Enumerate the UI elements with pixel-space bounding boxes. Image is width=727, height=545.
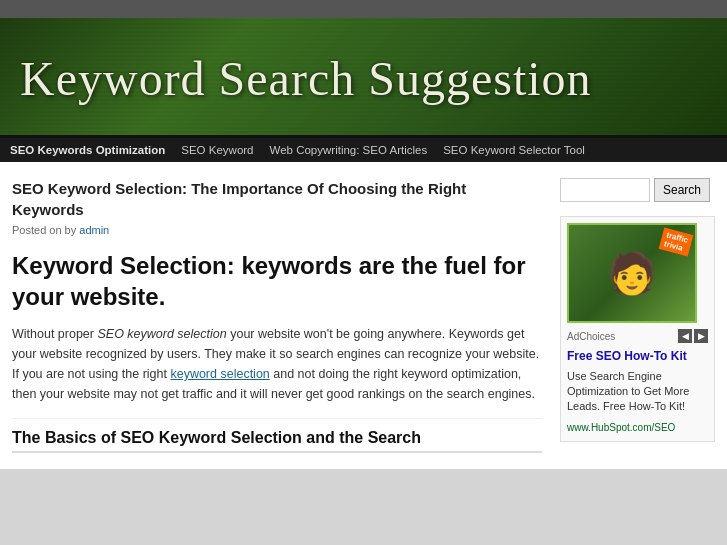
top-bar <box>0 0 727 18</box>
search-button[interactable]: Search <box>654 178 710 202</box>
sidebar: Search 🧑 traffictrivia AdChoices ◀ ▶ Fre… <box>560 178 715 453</box>
ad-description: Use Search Engine Optimization to Get Mo… <box>567 369 708 415</box>
post-title: SEO Keyword Selection: The Importance Of… <box>12 178 542 220</box>
main-layout: SEO Keyword Selection: The Importance Of… <box>0 162 727 469</box>
site-header: Keyword Search Suggestion <box>0 18 727 138</box>
post-meta-text: Posted on by <box>12 224 76 236</box>
post-meta: Posted on by admin <box>12 224 542 236</box>
keyword-selection-link[interactable]: keyword selection <box>170 367 269 381</box>
post-author-link[interactable]: admin <box>79 224 109 236</box>
ad-url-link[interactable]: www.HubSpot.com/SEO <box>567 422 675 433</box>
ad-mascot-icon: 🧑 <box>607 250 657 297</box>
nav-item-web-copywriting[interactable]: Web Copywriting: SEO Articles <box>270 144 428 156</box>
search-widget: Search <box>560 178 715 202</box>
post-headline: Keyword Selection: keywords are the fuel… <box>12 250 542 312</box>
search-input[interactable] <box>560 178 650 202</box>
site-nav: SEO Keywords Optimization SEO Keyword We… <box>0 138 727 162</box>
ad-title-link[interactable]: Free SEO How-To Kit <box>567 349 708 365</box>
italic-text: SEO keyword selection <box>97 327 226 341</box>
nav-item-seo-keywords-optimization[interactable]: SEO Keywords Optimization <box>10 144 165 156</box>
page-wrapper: Keyword Search Suggestion SEO Keywords O… <box>0 0 727 469</box>
nav-item-seo-keyword[interactable]: SEO Keyword <box>181 144 253 156</box>
ad-choices-bar: AdChoices ◀ ▶ <box>567 329 708 343</box>
ad-image-label: traffictrivia <box>658 227 693 256</box>
ad-next-arrow[interactable]: ▶ <box>694 329 708 343</box>
ad-image: 🧑 traffictrivia <box>567 223 697 323</box>
content-area: SEO Keyword Selection: The Importance Of… <box>12 178 542 453</box>
ad-choices-label: AdChoices <box>567 331 615 342</box>
ad-nav-arrows: ◀ ▶ <box>678 329 708 343</box>
ad-box: 🧑 traffictrivia AdChoices ◀ ▶ Free SEO H… <box>560 216 715 442</box>
section-title: The Basics of SEO Keyword Selection and … <box>12 429 542 453</box>
site-title: Keyword Search Suggestion <box>20 51 592 106</box>
nav-item-seo-selector-tool[interactable]: SEO Keyword Selector Tool <box>443 144 585 156</box>
content-divider <box>12 418 542 419</box>
ad-prev-arrow[interactable]: ◀ <box>678 329 692 343</box>
post-body-paragraph: Without proper SEO keyword selection you… <box>12 324 542 404</box>
